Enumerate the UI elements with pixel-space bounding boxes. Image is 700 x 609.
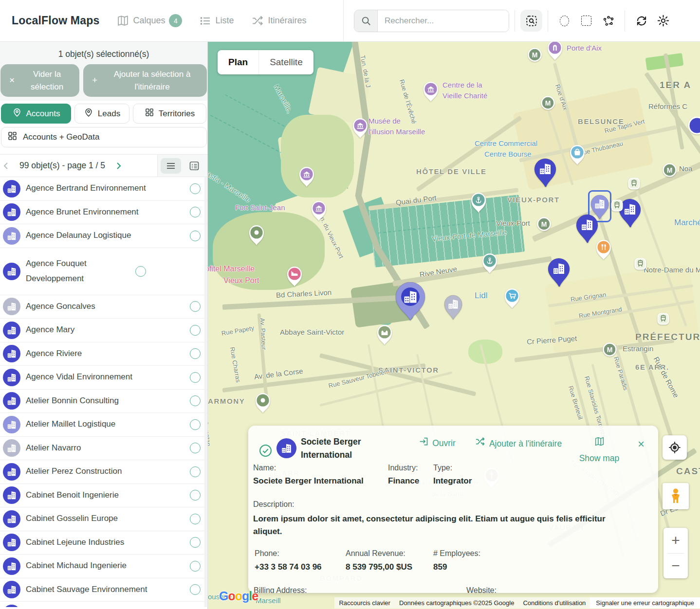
terms-link[interactable]: Conditions d'utilisation: [518, 597, 590, 609]
bed-poi-pin[interactable]: [286, 265, 303, 287]
account-list-item[interactable]: Atelier Navarro: [0, 437, 207, 461]
account-list-item[interactable]: Agence Fouquet Developpement: [0, 248, 207, 295]
map-label: Centre Commercial: [475, 139, 537, 147]
rect-select-button[interactable]: [575, 10, 597, 32]
fork-poi-pin[interactable]: [595, 238, 612, 260]
zoom-out-button[interactable]: −: [663, 553, 688, 578]
nav-liste[interactable]: Liste: [200, 15, 234, 27]
anchor-poi-pin[interactable]: [481, 252, 498, 274]
my-location-button[interactable]: [663, 435, 687, 460]
account-select-radio[interactable]: [190, 514, 201, 524]
next-page-button[interactable]: [112, 160, 125, 172]
account-select-radio[interactable]: [190, 348, 201, 359]
settings-button[interactable]: [652, 10, 674, 32]
account-select-radio[interactable]: [190, 183, 201, 194]
dot-poi-pin[interactable]: [254, 392, 272, 413]
museum-poi-pin[interactable]: [310, 199, 328, 221]
account-list-item[interactable]: Cabinet Gosselin Europe: [0, 507, 207, 531]
account-list-item[interactable]: Agence Brunet Environnement: [0, 201, 207, 225]
metro-station-icon[interactable]: M: [602, 342, 617, 357]
cart-poi-pin[interactable]: [503, 287, 521, 309]
account-select-radio[interactable]: [190, 325, 201, 336]
polygon-select-button[interactable]: [597, 10, 619, 32]
search-input[interactable]: [378, 10, 509, 32]
map-canvas[interactable]: BELSUNCEHÔTEL DE VILLEVIEUX-PORTSAINT-VI…: [208, 42, 700, 609]
account-select-radio[interactable]: [190, 207, 201, 217]
accounts-geodata-button[interactable]: Accounts + GeoData: [1, 127, 207, 147]
account-select-radio[interactable]: [190, 301, 201, 312]
show-map-button[interactable]: Show map: [572, 436, 626, 465]
metro-station-icon[interactable]: M: [536, 216, 552, 232]
report-error-link[interactable]: Signaler une erreur cartographique: [590, 597, 700, 609]
nav-itineraires[interactable]: Itinéraires: [252, 15, 307, 27]
account-list-item[interactable]: Cabinet Lejeune Industries: [0, 531, 207, 555]
account-list-item[interactable]: Cabinet Thibault Construction: [0, 602, 207, 607]
account-list-item[interactable]: Agence Bertrand Environnement: [0, 177, 207, 201]
abbey-poi-pin[interactable]: [376, 323, 393, 345]
tab-territories[interactable]: Territories: [133, 104, 206, 124]
account-select-radio[interactable]: [190, 584, 201, 595]
account-select-radio[interactable]: [190, 231, 201, 241]
anchor-poi-pin[interactable]: [470, 191, 487, 213]
refresh-button[interactable]: [630, 10, 652, 32]
account-list-item[interactable]: Atelier Maillet Logistique: [0, 413, 207, 437]
account-map-pin[interactable]: [547, 258, 571, 287]
tram-stop-icon[interactable]: [628, 178, 640, 190]
open-account-button[interactable]: Ouvrir: [414, 436, 461, 450]
account-select-radio[interactable]: [190, 466, 201, 477]
tram-stop-icon[interactable]: [657, 313, 669, 325]
museum-poi-pin[interactable]: [351, 117, 369, 139]
nav-calques[interactable]: Calques 4: [117, 14, 182, 27]
tab-leads[interactable]: Leads: [74, 104, 129, 124]
bag-poi-pin[interactable]: [569, 143, 586, 165]
account-list-item[interactable]: Agence Riviere: [0, 342, 207, 366]
account-map-pin[interactable]: [534, 158, 557, 187]
close-card-button[interactable]: ×: [638, 438, 645, 450]
pegman-button[interactable]: [663, 483, 689, 509]
prev-page-button[interactable]: [0, 160, 13, 172]
compact-list-view-button[interactable]: [161, 158, 181, 174]
account-map-pin[interactable]: [395, 282, 426, 321]
tram-stop-icon[interactable]: [611, 199, 623, 212]
detail-list-view-button[interactable]: [184, 158, 204, 174]
building-avatar-icon: [3, 345, 20, 362]
metro-station-icon[interactable]: M: [662, 162, 677, 178]
account-select-radio[interactable]: [190, 537, 201, 548]
zoom-in-button[interactable]: +: [663, 528, 688, 553]
map-type-satellite[interactable]: Satellite: [259, 50, 313, 74]
museum-poi-pin[interactable]: [298, 165, 315, 187]
account-list-item[interactable]: Agence Vidal Environnement: [0, 366, 207, 390]
account-list-item[interactable]: Cabinet Benoit Ingenierie: [0, 484, 207, 508]
account-select-radio[interactable]: [190, 419, 201, 430]
account-list-item[interactable]: Agence Delaunay Logistique: [0, 224, 207, 248]
metro-station-icon[interactable]: M: [527, 47, 542, 62]
keyboard-shortcuts-link[interactable]: Raccourcis clavier: [334, 597, 394, 609]
account-select-radio[interactable]: [190, 561, 201, 572]
account-map-pin[interactable]: [443, 295, 463, 320]
add-selection-to-route-button[interactable]: + Ajouter la sélection à l'itinéraire: [83, 64, 207, 97]
account-select-radio[interactable]: [190, 395, 201, 406]
area-search-button[interactable]: [520, 10, 542, 32]
dot-poi-pin[interactable]: [248, 224, 265, 246]
tab-accounts[interactable]: Accounts: [1, 104, 71, 124]
metro-station-icon[interactable]: M: [540, 95, 555, 110]
account-select-radio[interactable]: [190, 443, 201, 453]
monument-poi-pin[interactable]: [546, 42, 564, 61]
circle-select-button[interactable]: [553, 10, 575, 32]
clear-selection-button[interactable]: × Vider la sélection: [0, 64, 79, 97]
account-list-item[interactable]: Agence Mary: [0, 319, 207, 342]
account-select-radio[interactable]: [190, 490, 201, 501]
account-map-pin[interactable]: [687, 116, 700, 135]
map-type-plan[interactable]: Plan: [218, 50, 259, 74]
account-list-item[interactable]: Cabinet Michaud Ingenierie: [0, 555, 207, 578]
account-select-radio[interactable]: [135, 266, 146, 277]
tram-stop-icon[interactable]: [634, 258, 646, 270]
account-select-radio[interactable]: [190, 372, 201, 383]
account-list-item[interactable]: Cabinet Sauvage Environnement: [0, 578, 207, 602]
museum-poi-pin[interactable]: [422, 80, 440, 102]
sidebar-scrollbar[interactable]: [204, 177, 207, 607]
add-to-route-button[interactable]: Ajouter à l'itinéraire: [472, 436, 565, 450]
account-list-item[interactable]: Atelier Bonnin Consulting: [0, 390, 207, 413]
account-list-item[interactable]: Atelier Perez Construction: [0, 460, 207, 484]
account-list-item[interactable]: Agence Goncalves: [0, 295, 207, 319]
